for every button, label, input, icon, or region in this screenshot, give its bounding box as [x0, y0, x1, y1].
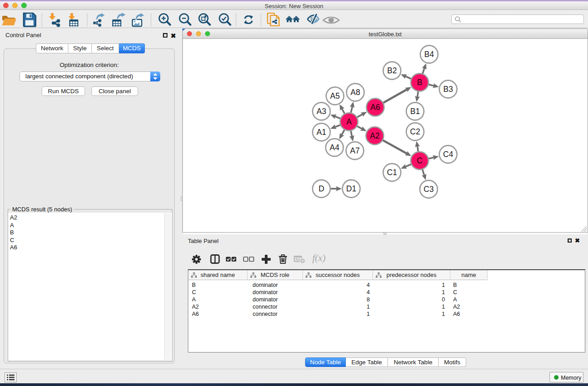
- svg-text:A1: A1: [316, 128, 326, 137]
- svg-text:A2: A2: [370, 131, 379, 140]
- svg-text:A: A: [346, 117, 352, 126]
- svg-text:B1: B1: [410, 107, 420, 116]
- svg-text:A4: A4: [330, 143, 339, 152]
- svg-text:C: C: [417, 156, 423, 165]
- svg-text:A6: A6: [370, 103, 380, 112]
- svg-text:C2: C2: [410, 127, 420, 136]
- svg-text:C4: C4: [443, 150, 454, 159]
- svg-text:B3: B3: [443, 85, 453, 94]
- svg-text:A5: A5: [330, 91, 339, 100]
- svg-text:B: B: [417, 78, 422, 87]
- svg-text:C1: C1: [387, 168, 397, 177]
- svg-text:A8: A8: [350, 88, 360, 97]
- svg-text:A3: A3: [316, 107, 326, 116]
- svg-text:C3: C3: [424, 185, 434, 194]
- svg-text:B2: B2: [387, 66, 397, 75]
- svg-text:A7: A7: [350, 146, 359, 155]
- svg-text:B4: B4: [424, 50, 434, 59]
- svg-text:D: D: [319, 184, 325, 193]
- svg-text:D1: D1: [346, 184, 356, 193]
